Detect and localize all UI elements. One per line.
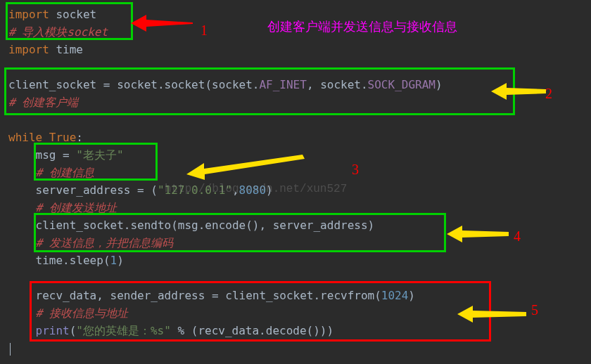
comment: # 创建发送地址 xyxy=(8,201,117,214)
code-line: time.sleep(1) xyxy=(8,252,583,269)
label-4: 4 xyxy=(514,228,521,245)
code-line: client_socket.sendto(msg.encode(), serve… xyxy=(8,216,583,234)
comment: # 发送信息，并把信息编码 xyxy=(8,236,173,249)
keyword: import xyxy=(8,43,49,56)
identifier: time xyxy=(49,43,83,56)
identifier: socket xyxy=(49,8,96,21)
label-5: 5 xyxy=(531,302,538,318)
code-line: # 发送信息，并把信息编码 xyxy=(8,234,583,252)
code-line: client_socket = socket.socket(socket.AF_… xyxy=(8,76,583,93)
code-line: # 创建发送地址 xyxy=(8,199,583,216)
code-line: while True: xyxy=(8,129,583,146)
label-2: 2 xyxy=(545,86,552,102)
slide-title: 创建客户端并发送信息与接收信息 xyxy=(267,18,457,35)
blank-line xyxy=(8,269,583,287)
text-cursor xyxy=(10,343,11,356)
code-line: recv_data, sender_address = client_socke… xyxy=(8,287,583,304)
comment: # 创建客户端 xyxy=(8,96,78,109)
code-line: # 创建客户端 xyxy=(8,93,583,111)
label-3: 3 xyxy=(352,162,359,178)
label-1: 1 xyxy=(201,22,208,39)
blank-line xyxy=(8,58,583,76)
watermark: http://blog.csdn.net/xun527 xyxy=(165,183,347,195)
code-editor: import socket # 导入模块socket import time c… xyxy=(0,0,591,345)
blank-line xyxy=(8,111,583,129)
code-line: msg = "老夫子" xyxy=(8,146,583,164)
comment: # 接收信息与地址 xyxy=(8,306,128,320)
comment: # 导入模块socket xyxy=(8,25,108,39)
keyword: import xyxy=(8,8,49,21)
code-line: print("您的英雄是：%s" % (recv_data.decode())) xyxy=(8,322,583,339)
code-line: # 接收信息与地址 xyxy=(8,304,583,322)
code-line: import time xyxy=(8,41,583,58)
code-line: # 创建信息 xyxy=(8,164,583,181)
comment: # 创建信息 xyxy=(8,166,94,179)
